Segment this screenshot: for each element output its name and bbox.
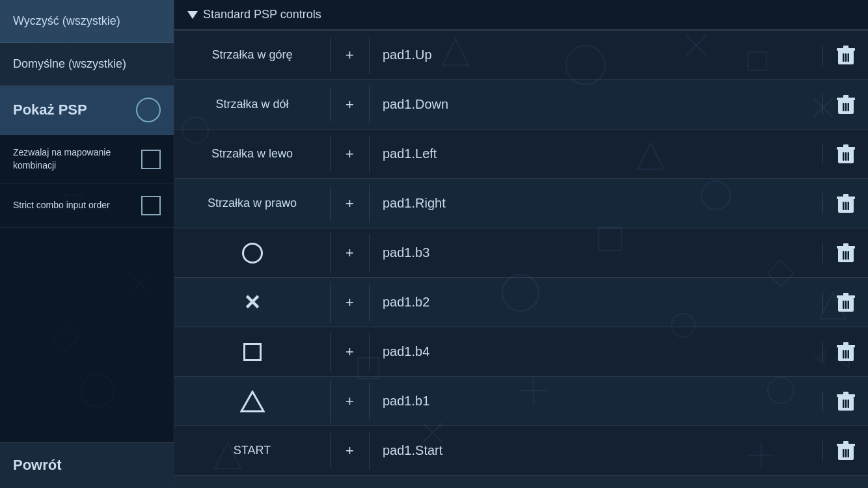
- svg-rect-67: [847, 301, 849, 309]
- mapping-key[interactable]: [174, 332, 331, 372]
- mapping-row: START + pad1.Start: [174, 426, 868, 476]
- mapping-key[interactable]: Strzałka w lewo: [174, 137, 331, 171]
- svg-rect-59: [843, 251, 845, 260]
- mapping-value: pad1.Left: [370, 136, 822, 172]
- mapping-row: ✕ + pad1.b2: [174, 278, 868, 327]
- trash-icon: [837, 342, 855, 362]
- mapping-row: Strzałka w dół + pad1.Down: [174, 80, 868, 129]
- svg-rect-66: [845, 301, 847, 309]
- trash-icon: [837, 94, 855, 115]
- svg-rect-73: [847, 350, 849, 359]
- key-label: Strzałka w górę: [211, 48, 292, 62]
- svg-rect-37: [847, 53, 849, 62]
- mapping-key[interactable]: [174, 380, 331, 423]
- defaults-all-button[interactable]: Domyślne (wszystkie): [0, 43, 174, 86]
- svg-rect-65: [843, 301, 845, 309]
- mapping-value: pad1.b4: [370, 334, 822, 370]
- mapping-row: + pad1.b3: [174, 228, 868, 278]
- allow-combo-checkbox[interactable]: [141, 150, 161, 169]
- mapping-row: + pad1.b4: [174, 327, 868, 377]
- svg-rect-47: [843, 152, 845, 161]
- allow-combo-label: Zezwalaj na mapowanie kombinacji: [13, 146, 141, 172]
- svg-rect-84: [843, 449, 845, 457]
- show-psp-button[interactable]: Pokaż PSP: [0, 86, 174, 135]
- mapping-key[interactable]: START: [174, 433, 331, 468]
- mapping-plus: +: [331, 284, 370, 321]
- svg-rect-54: [845, 202, 847, 210]
- svg-rect-49: [847, 152, 849, 161]
- trash-icon: [837, 193, 855, 214]
- circle-symbol: [242, 243, 263, 264]
- mapping-key[interactable]: Strzałka w górę: [174, 38, 331, 72]
- svg-rect-83: [843, 441, 848, 444]
- mapping-value: pad1.b3: [370, 235, 822, 271]
- delete-mapping-button[interactable]: [822, 144, 868, 165]
- mapping-row: Strzałka w prawo + pad1.Right: [174, 179, 868, 228]
- clear-all-button[interactable]: Wyczyść (wszystkie): [0, 0, 174, 43]
- mapping-key[interactable]: Strzałka w prawo: [174, 186, 331, 221]
- delete-mapping-button[interactable]: [822, 45, 868, 66]
- svg-rect-58: [843, 243, 848, 247]
- collapse-icon[interactable]: [187, 11, 198, 19]
- section-title: Standard PSP controls: [203, 8, 321, 21]
- mapping-plus: +: [331, 135, 370, 173]
- mapping-value: pad1.Right: [370, 185, 822, 221]
- svg-rect-80: [847, 400, 849, 408]
- mapping-value: pad1.Start: [370, 433, 822, 468]
- svg-rect-77: [843, 392, 848, 395]
- mapping-row: Strzałka w górę + pad1.Up: [174, 31, 868, 80]
- sidebar: Wyczyść (wszystkie) Domyślne (wszystkie)…: [0, 0, 174, 488]
- svg-rect-72: [845, 350, 847, 359]
- svg-marker-74: [241, 392, 264, 411]
- mappings-list: Strzałka w górę + pad1.Up Strzałka w dół…: [174, 31, 868, 488]
- svg-rect-48: [845, 152, 847, 161]
- delete-mapping-button[interactable]: [822, 391, 868, 412]
- show-psp-label: Pokaż PSP: [13, 102, 87, 118]
- svg-rect-40: [843, 95, 848, 98]
- strict-combo-checkbox[interactable]: [141, 196, 161, 215]
- strict-combo-option[interactable]: Strict combo input order: [0, 184, 174, 228]
- square-symbol: [243, 343, 262, 361]
- mapping-plus: +: [331, 333, 370, 371]
- mapping-key[interactable]: [174, 232, 331, 274]
- svg-rect-41: [843, 103, 845, 111]
- delete-mapping-button[interactable]: [822, 292, 868, 313]
- mapping-plus: +: [331, 383, 370, 420]
- strict-combo-label: Strict combo input order: [13, 199, 110, 212]
- trash-icon: [837, 144, 855, 165]
- key-label: Strzałka w lewo: [211, 147, 293, 161]
- trash-icon: [837, 243, 855, 264]
- section-header: Standard PSP controls: [174, 0, 868, 31]
- mapping-key[interactable]: ✕: [174, 282, 331, 323]
- svg-rect-85: [845, 449, 847, 457]
- delete-mapping-button[interactable]: [822, 94, 868, 115]
- svg-rect-42: [845, 103, 847, 111]
- delete-mapping-button[interactable]: [822, 243, 868, 264]
- allow-combo-option[interactable]: Zezwalaj na mapowanie kombinacji: [0, 135, 174, 184]
- delete-mapping-button[interactable]: [822, 342, 868, 362]
- mapping-key[interactable]: Strzałka w dół: [174, 87, 331, 122]
- trash-icon: [837, 45, 855, 66]
- svg-rect-53: [843, 202, 845, 210]
- mapping-plus: +: [331, 234, 370, 272]
- svg-rect-78: [843, 400, 845, 408]
- mapping-row: + pad1.b1: [174, 377, 868, 426]
- svg-rect-43: [847, 103, 849, 111]
- svg-rect-79: [845, 400, 847, 408]
- mapping-value: pad1.b1: [370, 383, 822, 419]
- svg-rect-70: [843, 342, 848, 346]
- mapping-plus: +: [331, 432, 370, 470]
- key-label: Strzałka w prawo: [208, 197, 297, 210]
- mapping-row: Strzałka w lewo + pad1.Left: [174, 129, 868, 179]
- svg-rect-46: [843, 144, 848, 148]
- svg-rect-61: [847, 251, 849, 260]
- mapping-value: pad1.b2: [370, 284, 822, 320]
- svg-rect-34: [843, 46, 848, 49]
- svg-rect-35: [843, 53, 845, 62]
- delete-mapping-button[interactable]: [822, 441, 868, 461]
- svg-rect-64: [843, 293, 848, 296]
- delete-mapping-button[interactable]: [822, 193, 868, 214]
- svg-rect-71: [843, 350, 845, 359]
- back-button[interactable]: Powrót: [0, 442, 174, 488]
- mapping-value: pad1.Down: [370, 87, 822, 122]
